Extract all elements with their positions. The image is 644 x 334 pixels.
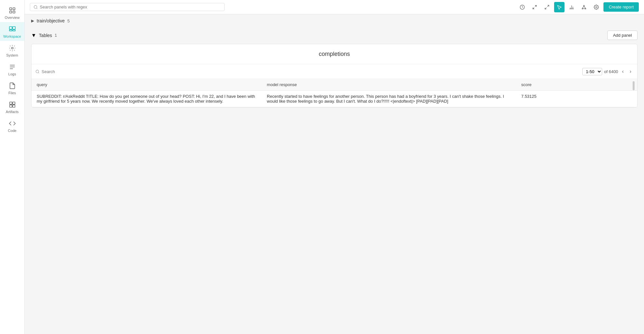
sidebar-item-code[interactable]: Code — [0, 116, 24, 135]
sidebar-item-system-label: System — [6, 53, 18, 57]
total-pages: of 6400 — [604, 69, 618, 74]
system-icon — [8, 44, 16, 52]
overview-icon — [8, 6, 16, 14]
collapse-icon — [532, 5, 537, 10]
svg-rect-5 — [12, 27, 15, 29]
train-objective-count: 5 — [67, 19, 69, 23]
svg-rect-4 — [9, 27, 12, 29]
nodes-icon — [581, 5, 587, 10]
sidebar-item-workspace[interactable]: Workspace — [0, 22, 24, 41]
svg-line-22 — [545, 7, 547, 9]
prev-page-button[interactable]: ‹ — [620, 68, 625, 75]
svg-rect-12 — [9, 102, 12, 104]
svg-point-29 — [585, 8, 586, 9]
search-icon — [33, 5, 38, 9]
cursor-icon — [557, 5, 562, 10]
table-panel: completions 1-50 — [31, 44, 638, 108]
sidebar-item-overview[interactable]: Overview — [0, 3, 24, 22]
column-header-score: score — [516, 79, 637, 91]
tables-title: Tables — [39, 33, 52, 38]
column-header-query: query — [31, 79, 262, 91]
train-objective-chevron: ▶ — [31, 19, 34, 23]
toolbar-icons: Create report — [517, 2, 639, 12]
svg-line-31 — [584, 6, 586, 8]
table-search-input[interactable] — [42, 69, 96, 74]
tables-header-left: ▼ Tables 1 — [31, 32, 57, 38]
collapse-icon-btn[interactable] — [529, 2, 540, 12]
create-report-button[interactable]: Create report — [603, 2, 639, 12]
nodes-icon-btn[interactable] — [579, 2, 589, 12]
svg-point-28 — [582, 8, 583, 9]
settings-icon-btn[interactable] — [591, 2, 601, 12]
table-row: SUBREDDIT: r/AskReddit TITLE: How do you… — [31, 91, 637, 107]
sidebar-item-overview-label: Overview — [5, 16, 20, 19]
toolbar: Create report — [25, 0, 644, 14]
pagination: 1-50 of 6400 ‹ › — [582, 68, 633, 75]
svg-rect-3 — [13, 11, 15, 13]
scroll-indicator — [633, 81, 635, 90]
sidebar-item-logs[interactable]: Logs — [0, 60, 24, 79]
chart-icon — [569, 5, 574, 10]
sidebar-item-logs-label: Logs — [8, 72, 16, 76]
sidebar-item-files[interactable]: Files — [0, 79, 24, 97]
logs-icon — [8, 63, 16, 71]
page-range-select[interactable]: 1-50 — [582, 68, 602, 75]
settings-icon — [594, 5, 599, 10]
train-objective-title: train/objective — [37, 18, 65, 23]
svg-point-27 — [584, 5, 585, 6]
column-header-response: model response — [262, 79, 516, 91]
files-icon — [8, 82, 16, 90]
sidebar: Overview Workspace System — [0, 0, 25, 334]
content-area: ▶ train/objective 5 ▼ Tables 1 Add panel… — [25, 14, 644, 334]
panel-title: completions — [31, 44, 637, 64]
tables-header: ▼ Tables 1 Add panel — [31, 27, 638, 44]
add-panel-button[interactable]: Add panel — [607, 31, 638, 40]
svg-rect-1 — [13, 8, 15, 10]
table-search — [35, 69, 579, 74]
svg-rect-14 — [9, 105, 12, 107]
svg-rect-6 — [9, 30, 12, 31]
expand-icon — [544, 5, 550, 10]
svg-line-35 — [38, 72, 39, 73]
svg-rect-13 — [12, 102, 15, 104]
tables-count: 1 — [55, 33, 57, 38]
table-search-icon — [35, 70, 40, 74]
code-icon — [8, 120, 16, 127]
table-controls: 1-50 of 6400 ‹ › — [31, 64, 637, 79]
table-cell-response: Recently started to have feelings for an… — [262, 91, 516, 107]
expand-icon-btn[interactable] — [542, 2, 552, 12]
sidebar-item-system[interactable]: System — [0, 41, 24, 60]
svg-point-16 — [34, 5, 37, 8]
svg-rect-15 — [12, 105, 15, 107]
svg-point-34 — [36, 70, 39, 73]
panel-inner: 1-50 of 6400 ‹ › query — [31, 64, 637, 107]
search-input[interactable] — [40, 5, 221, 9]
sidebar-item-artifacts-label: Artifacts — [6, 110, 19, 114]
table-cell-score: 7.53125 — [516, 91, 637, 107]
artifacts-icon — [8, 101, 16, 109]
tables-chevron[interactable]: ▼ — [31, 32, 36, 38]
main-content: Create report ▶ train/objective 5 ▼ Tabl… — [25, 0, 644, 334]
svg-rect-2 — [9, 11, 11, 13]
chart-icon-btn[interactable] — [566, 2, 577, 12]
svg-point-8 — [11, 47, 13, 49]
workspace-icon — [8, 25, 16, 33]
svg-rect-0 — [9, 8, 11, 10]
svg-point-33 — [596, 6, 597, 8]
next-page-button[interactable]: › — [628, 68, 633, 75]
cursor-icon-btn[interactable] — [554, 2, 564, 12]
train-objective-section-header[interactable]: ▶ train/objective 5 — [25, 14, 644, 27]
svg-line-30 — [583, 6, 584, 8]
sidebar-item-files-label: Files — [8, 91, 16, 95]
sidebar-item-artifacts[interactable]: Artifacts — [0, 97, 24, 116]
svg-line-21 — [548, 5, 549, 7]
clock-icon — [520, 5, 525, 10]
sidebar-item-workspace-label: Workspace — [3, 34, 21, 38]
svg-rect-7 — [12, 30, 15, 31]
data-table: query model response score SUBREDDIT: r/… — [31, 79, 637, 107]
search-box[interactable] — [30, 3, 225, 11]
clock-icon-btn[interactable] — [517, 2, 527, 12]
svg-line-17 — [36, 8, 37, 8]
sidebar-item-code-label: Code — [8, 129, 16, 133]
table-cell-query: SUBREDDIT: r/AskReddit TITLE: How do you… — [31, 91, 262, 107]
